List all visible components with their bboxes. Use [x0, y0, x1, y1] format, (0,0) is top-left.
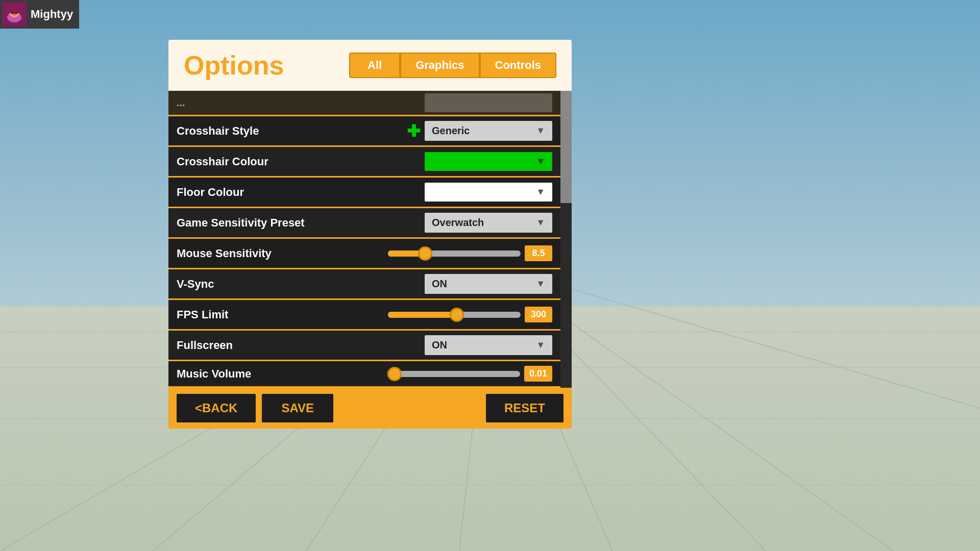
fps-limit-row: FPS Limit 300: [168, 300, 560, 331]
fps-limit-value: 300: [525, 307, 552, 322]
music-volume-label: Music Volume: [177, 367, 350, 381]
partial-row: ... ▼: [168, 91, 560, 116]
crosshair-style-row: Crosshair Style ✚ Generic ▼: [168, 116, 560, 147]
tab-all[interactable]: All: [349, 53, 400, 78]
user-bar: Mightyy: [0, 0, 79, 29]
music-volume-row: Music Volume 0.01: [168, 361, 560, 388]
username: Mightyy: [31, 8, 73, 21]
vsync-dropdown[interactable]: ON ▼: [425, 274, 552, 294]
fps-limit-control: 300: [350, 307, 552, 322]
floor-colour-dropdown[interactable]: ▼: [425, 183, 552, 202]
fps-limit-track[interactable]: [388, 312, 521, 318]
fps-limit-slider-container: 300: [350, 307, 552, 322]
floor-colour-control: ▼: [350, 183, 552, 202]
game-sensitivity-value: Overwatch: [432, 217, 484, 229]
game-sensitivity-dropdown[interactable]: Overwatch ▼: [425, 213, 552, 233]
chevron-icon: ▼: [536, 187, 545, 197]
scrollbar-track[interactable]: [560, 91, 572, 388]
chevron-icon: ▼: [536, 340, 545, 350]
modal-title: Options: [184, 50, 284, 81]
svg-point-18: [11, 12, 13, 14]
crosshair-style-label: Crosshair Style: [177, 124, 350, 138]
svg-point-20: [12, 14, 16, 16]
fullscreen-control: ON ▼: [350, 335, 552, 355]
vsync-control: ON ▼: [350, 274, 552, 294]
floor-colour-label: Floor Colour: [177, 186, 350, 199]
chevron-icon: ▼: [536, 97, 545, 108]
tab-controls[interactable]: Controls: [480, 53, 556, 78]
partial-dropdown[interactable]: ▼: [425, 93, 552, 112]
game-sensitivity-label: Game Sensitivity Preset: [177, 216, 350, 230]
fps-limit-label: FPS Limit: [177, 308, 350, 321]
vsync-row: V-Sync ON ▼: [168, 269, 560, 300]
settings-list: ... ▼ Crosshair Style ✚ Generic ▼: [168, 91, 560, 388]
music-volume-control: 0.01: [350, 366, 552, 382]
chevron-icon: ▼: [536, 126, 545, 136]
fps-limit-fill: [388, 312, 457, 318]
fullscreen-row: Fullscreen ON ▼: [168, 331, 560, 361]
scrollbar[interactable]: [560, 91, 572, 388]
mouse-sensitivity-thumb[interactable]: [418, 246, 432, 261]
mouse-sensitivity-track[interactable]: [388, 251, 521, 257]
crosshair-style-control: ✚ Generic ▼: [350, 121, 552, 141]
crosshair-colour-row: Crosshair Colour ▼: [168, 147, 560, 178]
fullscreen-label: Fullscreen: [177, 339, 350, 352]
reset-button[interactable]: RESET: [486, 394, 564, 422]
modal-footer: <BACK SAVE RESET: [168, 388, 572, 429]
mouse-sensitivity-row: Mouse Sensitivity 8.5: [168, 239, 560, 269]
crosshair-plus-icon: ✚: [407, 121, 421, 141]
chevron-icon: ▼: [536, 156, 545, 167]
fullscreen-dropdown[interactable]: ON ▼: [425, 335, 552, 355]
game-sensitivity-control: Overwatch ▼: [350, 213, 552, 233]
svg-point-17: [8, 6, 20, 14]
music-volume-slider-container: 0.01: [350, 366, 552, 382]
fullscreen-value: ON: [432, 339, 447, 351]
mouse-sensitivity-label: Mouse Sensitivity: [177, 247, 350, 260]
options-modal: Options All Graphics Controls ... ▼ Cro: [168, 40, 572, 429]
back-button[interactable]: <BACK: [177, 394, 256, 422]
music-volume-thumb[interactable]: [387, 367, 402, 381]
music-volume-track[interactable]: [387, 371, 520, 377]
crosshair-colour-label: Crosshair Colour: [177, 155, 350, 168]
fps-limit-thumb[interactable]: [450, 308, 464, 322]
tab-group: All Graphics Controls: [349, 53, 556, 78]
chevron-icon: ▼: [536, 217, 545, 228]
music-volume-value: 0.01: [524, 366, 552, 382]
settings-area: ... ▼ Crosshair Style ✚ Generic ▼: [168, 91, 572, 388]
partial-label: ...: [177, 97, 350, 109]
crosshair-colour-control: ▼: [350, 152, 552, 171]
floor-colour-row: Floor Colour ▼: [168, 178, 560, 208]
vsync-value: ON: [432, 278, 447, 290]
tab-graphics[interactable]: Graphics: [400, 53, 479, 78]
modal-header: Options All Graphics Controls: [168, 40, 572, 91]
svg-point-19: [15, 12, 17, 14]
chevron-icon: ▼: [536, 279, 545, 289]
crosshair-style-value: Generic: [432, 125, 470, 137]
crosshair-colour-dropdown[interactable]: ▼: [425, 152, 552, 171]
mouse-sensitivity-control: 8.5: [350, 245, 552, 261]
scrollbar-thumb[interactable]: [560, 91, 572, 203]
crosshair-style-dropdown[interactable]: Generic ▼: [425, 121, 552, 141]
partial-control: ▼: [350, 93, 552, 112]
avatar: [2, 2, 27, 27]
game-sensitivity-row: Game Sensitivity Preset Overwatch ▼: [168, 208, 560, 239]
mouse-sensitivity-slider-container: 8.5: [350, 245, 552, 261]
save-button[interactable]: SAVE: [262, 394, 333, 422]
mouse-sensitivity-value: 8.5: [525, 245, 552, 261]
vsync-label: V-Sync: [177, 278, 350, 291]
